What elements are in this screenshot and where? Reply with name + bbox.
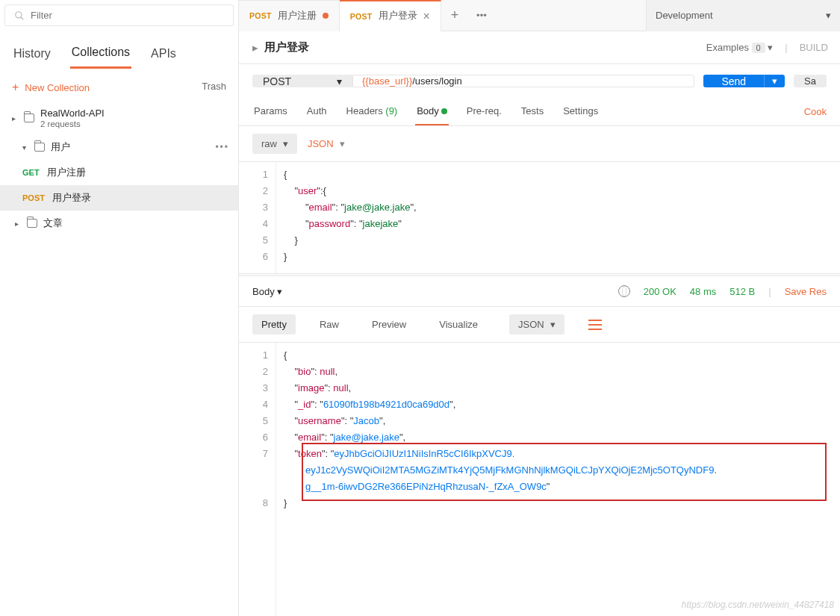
collection-label-wrap: RealWorld-API 2 requests [40, 108, 105, 128]
response-tabs: Pretty Raw Preview Visualize JSON ▾ [239, 307, 840, 343]
save-response-button[interactable]: Save Res [785, 286, 827, 297]
tab-settings[interactable]: Settings [561, 98, 600, 125]
title-left: ▸ 用户登录 [252, 40, 309, 55]
new-collection-label: New Collection [25, 82, 90, 93]
globe-icon[interactable] [618, 285, 630, 297]
request-title: 用户登录 [264, 40, 309, 55]
svg-point-0 [16, 11, 22, 17]
tab-prereq[interactable]: Pre-req. [465, 98, 503, 125]
folder-icon [34, 143, 45, 152]
method-label: POST [263, 75, 291, 87]
close-icon[interactable]: × [423, 10, 430, 22]
environment-dropdown[interactable]: Development ▾ [646, 0, 840, 31]
tab-login[interactable]: POST 用户登录 × [340, 0, 441, 31]
tab-label: 用户登录 [379, 10, 417, 22]
body-editor[interactable]: 123456 { "user":{ "email": "jake@jake.ja… [239, 161, 840, 273]
tab-headers-label: Headers [346, 105, 383, 116]
tab-method: POST [350, 12, 373, 21]
tab-collections[interactable]: Collections [70, 41, 131, 69]
examples-count: 0 [752, 43, 765, 53]
chevron-right-icon[interactable]: ▸ [252, 41, 258, 55]
tab-body-label: Body [417, 105, 439, 116]
chevron-down-icon: ▾ [826, 10, 831, 21]
tab-headers[interactable]: Headers (9) [345, 98, 399, 125]
tab-strip: POST 用户注册 POST 用户登录 × + ••• [239, 0, 646, 31]
cookies-link[interactable]: Cook [804, 99, 827, 125]
body-mode-row: raw ▾ JSON ▾ [239, 126, 840, 161]
environment-label: Development [656, 10, 713, 21]
request-label: 用户注册 [47, 166, 86, 179]
preview-tab[interactable]: Preview [363, 314, 415, 335]
tab-body[interactable]: Body [415, 98, 449, 125]
response-size: 512 B [729, 286, 755, 297]
method-dropdown[interactable]: POST ▾ [252, 75, 352, 87]
url-variable: {{base_url}} [362, 75, 412, 87]
search-icon [14, 10, 25, 21]
response-json-dropdown[interactable]: JSON ▾ [509, 314, 564, 335]
method-badge: GET [22, 168, 40, 177]
divider: | [768, 286, 771, 297]
chevron-down-icon: ▾ [340, 138, 345, 149]
response-header: Body ▾ 200 OK 48 ms 512 B | Save Res [239, 276, 840, 307]
filter-row[interactable] [4, 4, 234, 26]
folder-label: 文章 [43, 217, 63, 230]
response-time: 48 ms [690, 286, 716, 297]
chevron-right-icon: ▸ [12, 219, 21, 228]
url-input[interactable]: {{base_url}}/users/login [352, 75, 694, 87]
headers-count: (9) [385, 105, 397, 116]
raw-tab[interactable]: Raw [311, 314, 348, 335]
tab-label: 用户注册 [278, 10, 317, 22]
method-badge: POST [22, 193, 45, 202]
visualize-tab[interactable]: Visualize [430, 314, 487, 335]
json-label: JSON [518, 319, 544, 330]
url-path: /users/login [412, 75, 461, 87]
tab-tests[interactable]: Tests [520, 98, 545, 125]
unsaved-dot-icon [323, 13, 329, 19]
new-tab-button[interactable]: + [441, 0, 468, 31]
plus-icon: + [12, 81, 19, 94]
build-button[interactable]: BUILD [800, 42, 828, 53]
sidebar-actions: +New Collection Trash [0, 69, 238, 102]
folder-icon [24, 113, 34, 122]
tab-apis[interactable]: APIs [149, 43, 178, 68]
chevron-down-icon: ▾ [19, 143, 28, 152]
chevron-right-icon: ▸ [9, 113, 18, 122]
tab-more-button[interactable]: ••• [468, 0, 495, 31]
tab-register[interactable]: POST 用户注册 [239, 0, 340, 31]
request-login[interactable]: POST 用户登录 [0, 185, 238, 211]
response-body[interactable]: 12345678 { "bio": null, "image": null, "… [239, 343, 840, 616]
examples-dropdown[interactable]: Examples 0 ▾ [706, 42, 773, 53]
wrap-icon[interactable] [588, 320, 602, 330]
new-collection-button[interactable]: +New Collection [12, 81, 90, 94]
request-tabs-left: Params Auth Headers (9) Body Pre-req. Te… [252, 98, 600, 125]
request-row: POST ▾ {{base_url}}/users/login Send ▾ S… [239, 64, 840, 98]
pretty-tab[interactable]: Pretty [252, 314, 296, 335]
folder-users[interactable]: ▾ 用户 ••• [0, 134, 238, 160]
status-code: 200 OK [644, 286, 676, 297]
folder-label: 用户 [51, 140, 70, 154]
response-body-dropdown[interactable]: Body ▾ [252, 286, 282, 297]
topbar: POST 用户注册 POST 用户登录 × + ••• Development … [239, 0, 840, 31]
more-icon[interactable]: ••• [215, 142, 229, 152]
filter-input[interactable] [31, 10, 224, 21]
trash-button[interactable]: Trash [202, 81, 226, 94]
collection-tree: ▸ RealWorld-API 2 requests ▾ 用户 ••• GET … [0, 102, 238, 236]
json-dropdown[interactable]: JSON ▾ [308, 138, 345, 149]
svg-line-1 [21, 16, 24, 19]
code-area[interactable]: { "bio": null, "image": null, "_id": "61… [276, 343, 724, 616]
response-header-right: 200 OK 48 ms 512 B | Save Res [618, 285, 827, 297]
save-button[interactable]: Sa [794, 75, 827, 87]
tab-params[interactable]: Params [252, 98, 289, 125]
divider: | [785, 42, 787, 53]
sidebar-tabs: History Collections APIs [0, 41, 238, 69]
tab-history[interactable]: History [12, 43, 52, 68]
send-dropdown[interactable]: ▾ [764, 75, 785, 87]
folder-posts[interactable]: ▸ 文章 [0, 211, 238, 236]
title-bar: ▸ 用户登录 Examples 0 ▾ | BUILD [239, 31, 840, 64]
send-button[interactable]: Send [703, 75, 764, 87]
raw-dropdown[interactable]: raw ▾ [252, 134, 297, 154]
request-register[interactable]: GET 用户注册 [0, 160, 238, 185]
tab-auth[interactable]: Auth [305, 98, 329, 125]
code-area[interactable]: { "user":{ "email": "jake@jake.jake", "p… [276, 162, 424, 273]
collection-root[interactable]: ▸ RealWorld-API 2 requests [0, 102, 238, 134]
